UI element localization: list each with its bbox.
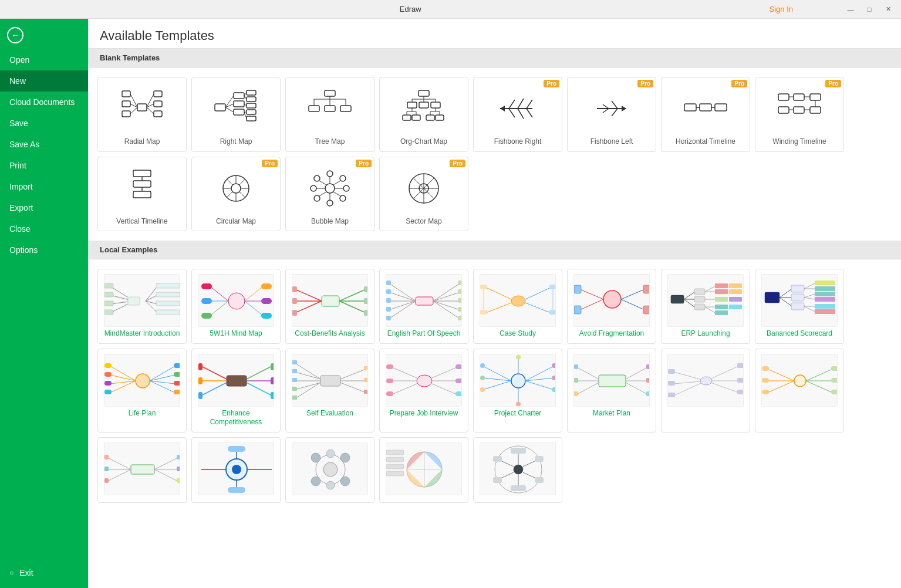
- life-plan-thumb: [104, 354, 180, 407]
- svg-rect-47: [436, 115, 444, 120]
- tree-map-label: Tree Map: [315, 137, 345, 147]
- svg-line-147: [210, 286, 228, 301]
- template-english-pos[interactable]: English Part Of Speech: [379, 269, 468, 344]
- svg-rect-330: [599, 375, 626, 387]
- svg-rect-281: [271, 377, 274, 384]
- svg-line-73: [612, 101, 617, 109]
- template-example-21[interactable]: [473, 437, 562, 503]
- app-title: Edraw: [52, 5, 770, 13]
- template-tree-map[interactable]: Tree Map: [285, 77, 374, 152]
- sidebar-item-save[interactable]: Save: [0, 113, 88, 134]
- svg-rect-416: [511, 485, 526, 491]
- svg-rect-80: [778, 94, 789, 100]
- svg-rect-228: [715, 305, 728, 309]
- svg-rect-299: [364, 390, 368, 394]
- template-fishbone-left[interactable]: Pro Fishbone Left: [567, 77, 656, 152]
- template-enhance-comp[interactable]: Enhance Competitiveness: [191, 349, 281, 432]
- svg-rect-339: [574, 391, 578, 396]
- sign-in-link[interactable]: Sign In: [770, 5, 793, 13]
- content-scroll[interactable]: Blank Templates: [88, 49, 901, 588]
- template-example-18[interactable]: [191, 437, 281, 503]
- mindmaster-intro-label: MindMaster Introduction: [104, 329, 180, 339]
- template-mindmaster-intro[interactable]: MindMaster Introduction: [97, 269, 187, 344]
- sidebar-item-saveas[interactable]: Save As: [0, 134, 88, 155]
- template-case-study[interactable]: Case Study: [473, 269, 562, 344]
- back-button[interactable]: ←: [0, 21, 88, 49]
- svg-rect-262: [104, 363, 112, 368]
- minimize-button[interactable]: —: [842, 4, 859, 15]
- template-market-plan[interactable]: Market Plan: [567, 349, 656, 432]
- svg-rect-240: [791, 303, 804, 310]
- svg-line-220: [705, 286, 715, 292]
- template-example-16[interactable]: [755, 349, 844, 432]
- svg-rect-91: [133, 170, 151, 177]
- svg-line-162: [295, 301, 322, 313]
- svg-rect-4: [154, 91, 162, 97]
- close-button[interactable]: ✕: [880, 4, 896, 15]
- template-5w1h[interactable]: 5W1H Mind Map: [191, 269, 281, 344]
- maximize-button[interactable]: □: [861, 4, 878, 15]
- svg-line-254: [110, 366, 136, 381]
- template-life-plan[interactable]: Life Plan: [97, 349, 187, 432]
- svg-rect-33: [340, 106, 351, 111]
- svg-rect-157: [261, 298, 272, 304]
- template-example-19[interactable]: [285, 437, 374, 503]
- job-interview-thumb: [386, 354, 462, 407]
- svg-rect-369: [131, 465, 154, 474]
- template-cost-benefits[interactable]: Cost-Benefits Analysis: [285, 269, 374, 344]
- avoid-frag-icon-area: [573, 274, 650, 327]
- example-18-thumb: [198, 442, 274, 495]
- svg-line-244: [804, 298, 815, 299]
- template-example-15[interactable]: [661, 349, 750, 432]
- svg-rect-46: [426, 115, 434, 120]
- svg-rect-250: [815, 297, 835, 302]
- template-horizontal-timeline[interactable]: Pro Horizontal Timeline: [661, 77, 750, 152]
- template-circular-map[interactable]: Pro: [191, 157, 281, 232]
- template-org-chart[interactable]: Org-Chart Map: [379, 77, 468, 152]
- sidebar-item-import[interactable]: Import: [0, 176, 88, 197]
- template-project-charter[interactable]: Project Charter: [473, 349, 562, 432]
- template-avoid-fragmentation[interactable]: Avoid Fragmentation: [567, 269, 656, 344]
- template-self-evaluation[interactable]: Self Evaluation: [285, 349, 374, 432]
- svg-rect-184: [386, 289, 391, 294]
- template-erp[interactable]: ERP Launching: [661, 269, 750, 344]
- cost-benefits-label: Cost-Benefits Analysis: [295, 329, 365, 339]
- svg-rect-415: [493, 477, 502, 483]
- template-radial-map[interactable]: Radial Map: [97, 77, 187, 152]
- svg-rect-404: [386, 471, 404, 476]
- sidebar-item-exit[interactable]: ○ Exit: [0, 562, 88, 583]
- svg-line-119: [319, 181, 326, 185]
- svg-rect-153: [201, 283, 212, 289]
- svg-rect-229: [715, 310, 728, 315]
- svg-rect-226: [715, 289, 728, 294]
- template-vertical-timeline[interactable]: Vertical Timeline: [97, 157, 187, 232]
- svg-line-206: [580, 299, 603, 310]
- sidebar-item-print[interactable]: Print: [0, 155, 88, 176]
- svg-rect-364: [762, 378, 769, 383]
- svg-line-139: [146, 295, 157, 301]
- svg-rect-298: [364, 378, 368, 382]
- sidebar-item-options[interactable]: Options: [0, 239, 88, 261]
- svg-point-114: [343, 185, 349, 191]
- template-bubble-map[interactable]: Pro: [285, 157, 374, 232]
- project-charter-icon-area: [480, 354, 556, 407]
- svg-line-372: [107, 469, 131, 481]
- template-winding-timeline[interactable]: Pro: [755, 77, 844, 152]
- sidebar-item-new[interactable]: New: [0, 70, 88, 92]
- template-bananced-scorecard[interactable]: Bananced Scorecard: [755, 269, 844, 344]
- sidebar-item-export[interactable]: Export: [0, 197, 88, 218]
- sidebar-item-close[interactable]: Close: [0, 218, 88, 239]
- sidebar-item-open[interactable]: Open: [0, 49, 88, 70]
- template-example-20[interactable]: [379, 437, 468, 503]
- sidebar-item-cloud[interactable]: Cloud Documents: [0, 92, 88, 113]
- template-fishbone-right[interactable]: Pro: [473, 77, 562, 152]
- template-example-17[interactable]: [97, 437, 187, 503]
- svg-point-112: [327, 200, 333, 206]
- svg-rect-199: [480, 310, 487, 315]
- svg-line-316: [483, 381, 511, 390]
- svg-point-396: [326, 450, 335, 458]
- template-job-interview[interactable]: Prepare Job Interview: [379, 349, 468, 432]
- template-right-map[interactable]: Right Map: [191, 77, 281, 152]
- template-sector-map[interactable]: Pro Sector Map: [379, 157, 468, 232]
- svg-line-241: [804, 283, 815, 289]
